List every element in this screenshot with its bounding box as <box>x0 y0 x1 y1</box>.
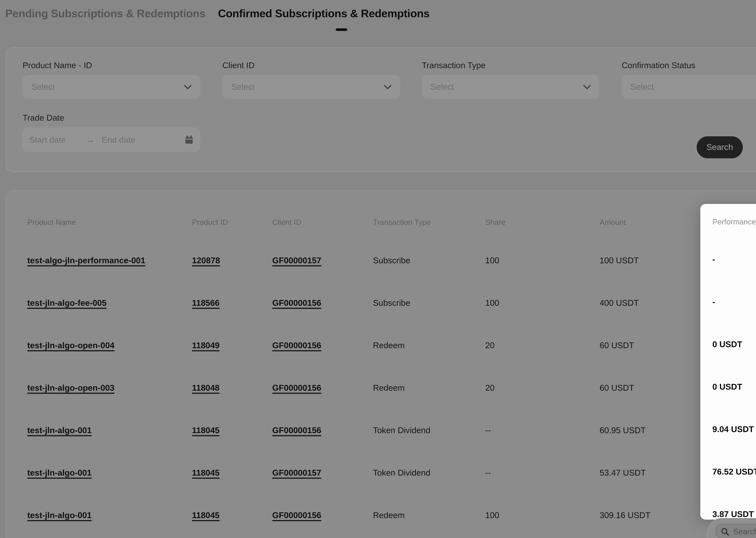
cell-amount: 53.47 USDT <box>600 468 713 477</box>
cell-transaction-type: Token Dividend <box>373 468 485 477</box>
tab-pending-subscriptions[interactable]: Pending Subscriptions & Redemptions <box>5 7 205 20</box>
filter-confirmation-status: Confirmation Status Select <box>621 61 756 98</box>
cell-performance-fee: 0 USDT <box>712 380 742 394</box>
select-placeholder: Select <box>31 82 55 91</box>
cell-amount: 60.95 USDT <box>600 425 713 435</box>
search-icon <box>721 527 729 536</box>
cell-performance-fee: - <box>712 295 715 309</box>
search-input[interactable]: Search <box>715 524 756 538</box>
product-name-link[interactable]: test-jln-algo-001 <box>27 468 91 477</box>
product-id-link[interactable]: 118566 <box>192 298 219 307</box>
client-id-link[interactable]: GF00000156 <box>272 511 321 520</box>
col-header-amount: Amount <box>600 218 713 227</box>
product-id-link[interactable]: 118045 <box>192 425 219 435</box>
cell-amount: 309.16 USDT <box>600 511 713 520</box>
cell-amount: 60 USDT <box>600 341 713 350</box>
tab-bar: Pending Subscriptions & Redemptions Conf… <box>5 7 430 20</box>
product-name-link[interactable]: test-jln-algo-open-004 <box>27 341 114 350</box>
trade-date-range-input[interactable]: Start date → End date <box>23 128 200 152</box>
cell-amount: 60 USDT <box>600 383 713 392</box>
cell-share: 100 <box>485 511 600 520</box>
select-placeholder: Select <box>431 82 454 91</box>
table-row: test-jln-algo-open-003118048GF00000156Re… <box>6 366 756 409</box>
filter-trade-date: Trade Date Start date → End date <box>23 113 200 152</box>
client-id-link[interactable]: GF00000156 <box>272 298 321 307</box>
search-placeholder: Search <box>733 527 756 536</box>
chevron-down-icon <box>583 84 591 89</box>
cell-transaction-type: Redeem <box>373 341 485 350</box>
select-placeholder: Select <box>630 82 654 91</box>
product-name-link[interactable]: test-algo-jln-performance-001 <box>27 255 145 265</box>
end-date-input[interactable]: End date <box>102 135 185 144</box>
product-name-id-label: Product Name - ID <box>23 61 200 70</box>
product-id-link[interactable]: 118049 <box>192 341 219 350</box>
product-id-link[interactable]: 118048 <box>192 383 219 392</box>
cell-transaction-type: Subscribe <box>373 255 485 265</box>
product-name-id-select[interactable]: Select <box>23 75 200 98</box>
cell-share: 100 <box>485 255 600 265</box>
product-name-link[interactable]: test-jln-algo-001 <box>27 425 91 435</box>
client-id-link[interactable]: GF00000156 <box>272 341 321 350</box>
calendar-icon[interactable] <box>185 135 194 144</box>
client-id-link[interactable]: GF00000156 <box>272 425 321 435</box>
cell-transaction-type: Redeem <box>373 511 485 520</box>
cell-share: -- <box>485 468 600 477</box>
col-header-product-id: Product ID <box>192 218 272 227</box>
start-date-input[interactable]: Start date <box>29 135 86 144</box>
active-tab-indicator <box>336 28 347 31</box>
product-id-link[interactable]: 118045 <box>192 468 219 477</box>
product-name-link[interactable]: test-jln-algo-fee-005 <box>27 298 106 307</box>
col-header-client-id: Client ID <box>272 218 373 227</box>
cell-share: 20 <box>485 341 600 350</box>
cell-performance-fee: 0 USDT <box>712 337 742 352</box>
cell-share: -- <box>485 425 600 435</box>
table-row: test-algo-jln-performance-001120878GF000… <box>6 239 756 282</box>
table-body: test-algo-jln-performance-001120878GF000… <box>6 239 756 536</box>
product-name-link[interactable]: test-jln-algo-open-003 <box>27 383 114 392</box>
cell-amount: 400 USDT <box>600 298 713 307</box>
cell-performance-fee: 76.52 USDT <box>712 464 756 479</box>
col-header-transaction-type: Transaction Type <box>373 218 485 227</box>
client-id-link[interactable]: GF00000156 <box>272 383 321 392</box>
cell-transaction-type: Redeem <box>373 383 485 392</box>
search-button[interactable]: Search <box>697 136 743 158</box>
product-id-link[interactable]: 120878 <box>192 255 220 265</box>
filter-client-id: Client ID Select <box>222 61 400 98</box>
transaction-type-select[interactable]: Select <box>422 75 600 98</box>
chevron-down-icon <box>184 84 192 89</box>
cell-transaction-type: Token Dividend <box>373 425 485 435</box>
table-row: test-jln-algo-001118045GF00000157Token D… <box>6 452 756 494</box>
filter-product-name-id: Product Name - ID Select <box>23 61 200 98</box>
client-id-link[interactable]: GF00000157 <box>272 468 321 477</box>
table-row: test-jln-algo-fee-005118566GF00000156Sub… <box>6 282 756 324</box>
table-header-row: Product Name Product ID Client ID Transa… <box>6 191 756 239</box>
performance-fee-spotlight: Performance Fee --0 USDT0 USDT9.04 USDT7… <box>700 204 756 520</box>
table-row: test-jln-algo-001118045GF00000156Redeem1… <box>6 494 756 536</box>
col-header-share: Share <box>485 218 600 227</box>
table-panel: Product Name Product ID Client ID Transa… <box>6 190 756 538</box>
product-name-link[interactable]: test-jln-algo-001 <box>27 511 91 520</box>
confirmation-status-select[interactable]: Select <box>621 75 756 98</box>
cell-performance-fee: - <box>712 252 715 267</box>
spotlight-header: Performance Fee <box>712 214 756 229</box>
filter-panel: Product Name - ID Select Client ID Selec… <box>6 47 756 172</box>
transaction-type-label: Transaction Type <box>422 61 600 70</box>
cell-performance-fee: 9.04 USDT <box>712 422 754 437</box>
filter-transaction-type: Transaction Type Select <box>422 61 600 98</box>
cell-share: 20 <box>485 383 600 392</box>
arrow-right-icon: → <box>86 135 102 144</box>
chevron-down-icon <box>384 84 391 89</box>
client-id-select[interactable]: Select <box>222 75 400 98</box>
trade-date-label: Trade Date <box>23 113 200 123</box>
table-row: test-jln-algo-001118045GF00000156Token D… <box>6 409 756 452</box>
page: Pending Subscriptions & Redemptions Conf… <box>0 0 756 538</box>
client-id-link[interactable]: GF00000157 <box>272 255 321 265</box>
product-id-link[interactable]: 118045 <box>192 511 219 520</box>
cell-performance-fee: 3.87 USDT <box>712 507 754 519</box>
table-row: test-jln-algo-open-004118049GF00000156Re… <box>6 324 756 366</box>
tab-confirmed-subscriptions[interactable]: Confirmed Subscriptions & Redemptions <box>218 7 430 20</box>
select-placeholder: Select <box>231 82 255 91</box>
client-id-label: Client ID <box>222 61 400 70</box>
confirmation-status-label: Confirmation Status <box>621 61 756 70</box>
cell-transaction-type: Subscribe <box>373 298 485 307</box>
